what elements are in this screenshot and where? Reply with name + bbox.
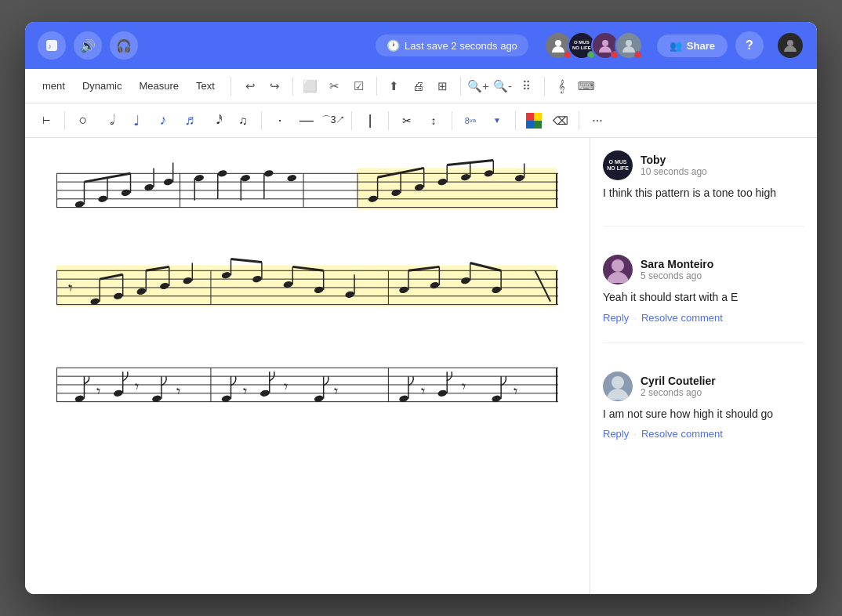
beam-btn[interactable]: ♫: [231, 109, 255, 132]
eighth-note-btn[interactable]: ♪: [151, 109, 175, 132]
comment-thread-1: O MUSNO LIFE Toby 10 seconds ago I think…: [603, 150, 804, 207]
toolbar-icons: ↩ ↪ ⬜ ✂ ☑ ⬆ 🖨 ⊞ 🔍+ 🔍- ⠿ 𝄞 ⌨: [239, 74, 598, 98]
upload-button[interactable]: ⬆: [383, 74, 406, 98]
svg-point-31: [194, 174, 204, 183]
resolve-button-cyril[interactable]: Resolve comment: [641, 428, 723, 440]
notes-divider-1: [64, 111, 65, 130]
svg-point-4: [626, 40, 632, 46]
eraser-btn[interactable]: ⌫: [549, 109, 572, 132]
sixteenth-note-btn[interactable]: ♬: [178, 109, 201, 132]
menu-item-text[interactable]: Text: [188, 76, 223, 96]
toolbar-menu: ment Dynamic Measure Text: [34, 76, 223, 96]
note-extend-btn[interactable]: ⊢: [34, 109, 58, 132]
svg-point-33: [217, 169, 227, 178]
bars-button[interactable]: ⠿: [515, 74, 539, 98]
keyboard-button[interactable]: ⌨: [575, 74, 598, 98]
sound-button[interactable]: 🔊: [74, 31, 102, 60]
comment-name-sara: Sara Monteiro: [641, 258, 713, 270]
thirtysecond-note-btn[interactable]: 𝅘𝅥𝅰: [205, 109, 228, 132]
toolbar-divider-2: [292, 77, 293, 96]
comment-divider-2: [603, 342, 804, 343]
frame-button[interactable]: ⬜: [299, 74, 322, 98]
comment-meta-sara: Sara Monteiro 5 seconds ago: [641, 258, 713, 281]
whole-note-btn[interactable]: ○: [71, 109, 95, 132]
comment-time-toby: 10 seconds ago: [641, 166, 707, 177]
comments-panel: O MUSNO LIFE Toby 10 seconds ago I think…: [590, 138, 817, 594]
svg-point-22: [97, 194, 107, 203]
arrow-updown-btn[interactable]: ↕: [422, 109, 445, 132]
svg-rect-8: [526, 121, 534, 129]
svg-rect-6: [526, 113, 534, 121]
highlight-2: [56, 265, 557, 306]
save-status: 🕐 Last save 2 seconds ago: [376, 34, 528, 56]
headphones-button[interactable]: 🎧: [110, 31, 138, 60]
triplet-btn[interactable]: ⌒3↗: [321, 109, 345, 132]
undo-button[interactable]: ↩: [239, 74, 263, 98]
svg-point-138: [612, 376, 624, 389]
comment-avatar-sara: [603, 255, 633, 284]
comment-header-sara: Sara Monteiro 5 seconds ago: [603, 255, 804, 284]
comment-avatar-cyril: [603, 371, 633, 401]
svg-rect-9: [534, 121, 542, 129]
redo-button[interactable]: ↪: [263, 74, 287, 98]
table-button[interactable]: ⊞: [431, 74, 455, 98]
check-frame-button[interactable]: ☑: [347, 74, 371, 98]
menu-item-dynamic[interactable]: Dynamic: [74, 76, 130, 96]
cursor-btn[interactable]: |: [358, 109, 382, 132]
octave-dropdown-btn[interactable]: ▼: [485, 109, 509, 132]
toolbar-divider-5: [544, 77, 545, 96]
main-content: 𝄾: [25, 138, 817, 594]
comment-text-cyril: I am not sure how high it should go: [603, 406, 804, 422]
comment-name-toby: Toby: [641, 154, 707, 166]
zoom-in-button[interactable]: 🔍+: [466, 74, 490, 98]
comment-actions-sara: Reply · Resolve comment: [603, 312, 804, 324]
cut-btn[interactable]: ✂: [395, 109, 419, 132]
comment-time-cyril: 2 seconds ago: [641, 387, 716, 398]
svg-point-2: [555, 40, 561, 46]
reply-button-sara[interactable]: Reply: [603, 312, 629, 324]
print-button[interactable]: 🖨: [407, 74, 430, 98]
menu-item-measure[interactable]: Measure: [131, 76, 187, 96]
staff-svg-3[interactable]: 𝄾 𝄾 𝄾 𝄾 𝄾: [56, 348, 558, 419]
staff-svg-1[interactable]: [56, 154, 558, 224]
logo-button[interactable]: ♪: [38, 31, 66, 60]
resolve-button-sara[interactable]: Resolve comment: [641, 312, 723, 324]
share-button[interactable]: 👥 Share: [657, 34, 728, 57]
more-btn[interactable]: ···: [586, 109, 609, 132]
cyril-dot: [634, 51, 642, 59]
svg-rect-7: [534, 113, 542, 121]
color-btn[interactable]: [522, 109, 546, 132]
dash-btn[interactable]: —: [295, 109, 318, 132]
comment-meta-toby: Toby 10 seconds ago: [641, 154, 707, 177]
help-button[interactable]: ?: [735, 31, 764, 60]
main-toolbar: ment Dynamic Measure Text ↩ ↪ ⬜ ✂ ☑ ⬆ 🖨 …: [25, 69, 817, 103]
note-tool-button[interactable]: 𝄞: [550, 74, 574, 98]
current-user-avatar[interactable]: [776, 31, 804, 60]
staff-svg-2[interactable]: 𝄾: [56, 251, 558, 321]
comment-time-sara: 5 seconds ago: [641, 270, 713, 281]
svg-point-37: [263, 169, 274, 178]
notes-divider-4: [388, 111, 389, 130]
quarter-note-btn[interactable]: ♩: [125, 109, 148, 132]
svg-text:𝄾: 𝄾: [462, 383, 466, 390]
score-area: 𝄾: [25, 138, 590, 594]
octave-btn[interactable]: 8va: [459, 109, 482, 132]
comment-text-toby: I think this pattern is a tone too high: [603, 185, 804, 201]
separator-sara: ·: [633, 312, 637, 324]
notes-divider-2: [261, 111, 262, 130]
svg-point-5: [787, 40, 793, 46]
half-note-btn[interactable]: 𝅗𝅥: [98, 109, 122, 132]
svg-text:♪: ♪: [48, 42, 52, 50]
comment-actions-cyril: Reply · Resolve comment: [603, 428, 804, 440]
toolbar-divider-4: [460, 77, 461, 96]
comment-divider-1: [603, 226, 804, 226]
dot-btn[interactable]: ·: [268, 109, 292, 132]
comment-text-sara: Yeah it should start with a E: [603, 289, 804, 305]
staff-system-3: 𝄾 𝄾 𝄾 𝄾 𝄾: [56, 348, 558, 422]
menu-item-element[interactable]: ment: [34, 76, 73, 96]
notes-divider-7: [579, 111, 579, 130]
scissors-button[interactable]: ✂: [323, 74, 347, 98]
svg-point-122: [259, 389, 270, 397]
reply-button-cyril[interactable]: Reply: [603, 428, 629, 440]
zoom-out-button[interactable]: 🔍-: [491, 74, 514, 98]
